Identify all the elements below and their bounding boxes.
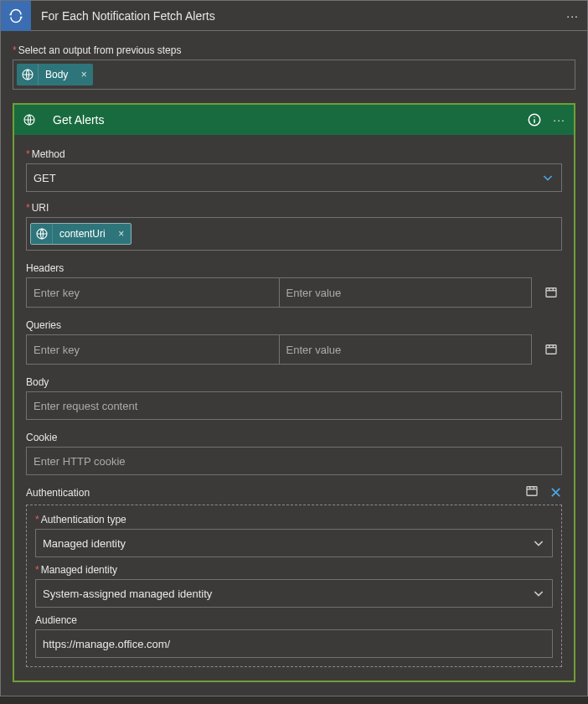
foreach-card: For Each Notification Fetch Alerts ··· *… xyxy=(0,0,588,696)
cookie-label: Cookie xyxy=(26,432,562,443)
queries-toggle-icon[interactable] xyxy=(540,342,562,357)
authentication-section: * Authentication type Managed identity *… xyxy=(26,505,562,667)
headers-row xyxy=(26,277,562,308)
auth-type-label: * Authentication type xyxy=(35,514,553,525)
svg-point-4 xyxy=(534,116,536,118)
headers-toggle-icon[interactable] xyxy=(540,285,562,300)
query-key-input[interactable] xyxy=(27,335,280,364)
svg-rect-6 xyxy=(546,288,556,298)
token-contenturi[interactable]: contentUri × xyxy=(30,223,132,245)
query-value-input[interactable] xyxy=(280,335,532,364)
svg-rect-14 xyxy=(527,487,537,496)
headers-label: Headers xyxy=(26,262,562,274)
chevron-down-icon xyxy=(541,171,554,184)
select-output-input[interactable]: Body × xyxy=(13,60,575,90)
auth-toggle-icon[interactable] xyxy=(524,484,539,501)
foreach-header: For Each Notification Fetch Alerts ··· xyxy=(1,1,587,31)
required-star-icon: * xyxy=(35,514,39,525)
managed-identity-label: * Managed identity xyxy=(35,564,553,576)
body-input[interactable] xyxy=(26,391,562,420)
method-label: * Method xyxy=(26,148,562,160)
body-label: Body xyxy=(26,376,562,388)
auth-close-icon[interactable]: ✕ xyxy=(549,485,562,500)
managed-identity-select[interactable]: System-assigned managed identity xyxy=(35,579,553,608)
token-remove-icon[interactable]: × xyxy=(112,228,131,240)
audience-label: Audience xyxy=(35,614,553,626)
queries-label: Queries xyxy=(26,319,562,331)
header-value-input[interactable] xyxy=(280,278,532,307)
http-action-icon xyxy=(14,105,44,135)
token-contenturi-text: contentUri xyxy=(53,228,112,240)
uri-input[interactable]: contentUri × xyxy=(26,217,562,251)
foreach-body: * Select an output from previous steps B… xyxy=(1,31,587,696)
required-star-icon: * xyxy=(13,44,17,56)
http-action-header: Get Alerts ··· xyxy=(14,105,574,135)
svg-rect-10 xyxy=(546,345,556,355)
cookie-input[interactable] xyxy=(26,447,562,475)
http-action-more-icon[interactable]: ··· xyxy=(544,113,574,127)
http-action-title[interactable]: Get Alerts xyxy=(44,113,524,127)
chevron-down-icon xyxy=(532,587,545,600)
token-body[interactable]: Body × xyxy=(17,64,93,85)
required-star-icon: * xyxy=(35,564,39,576)
required-star-icon: * xyxy=(26,148,30,160)
globe-icon xyxy=(17,64,39,85)
foreach-title[interactable]: For Each Notification Fetch Alerts xyxy=(31,9,558,23)
method-select[interactable]: GET xyxy=(26,163,562,192)
authentication-label: Authentication xyxy=(26,487,90,499)
audience-input[interactable]: https://manage.office.com/ xyxy=(35,629,553,658)
auth-type-select[interactable]: Managed identity xyxy=(35,529,553,557)
foreach-icon xyxy=(1,1,31,31)
foreach-more-icon[interactable]: ··· xyxy=(558,9,587,23)
globe-icon xyxy=(31,223,53,245)
http-action-card: Get Alerts ··· * Method GET xyxy=(13,103,575,682)
info-icon[interactable] xyxy=(524,112,544,127)
header-key-input[interactable] xyxy=(27,278,280,307)
select-output-label: * Select an output from previous steps xyxy=(13,44,575,56)
required-star-icon: * xyxy=(26,202,30,214)
chevron-down-icon xyxy=(532,536,545,550)
queries-row xyxy=(26,334,562,365)
token-remove-icon[interactable]: × xyxy=(75,69,93,80)
token-body-text: Body xyxy=(39,69,75,80)
uri-label: * URI xyxy=(26,202,562,214)
